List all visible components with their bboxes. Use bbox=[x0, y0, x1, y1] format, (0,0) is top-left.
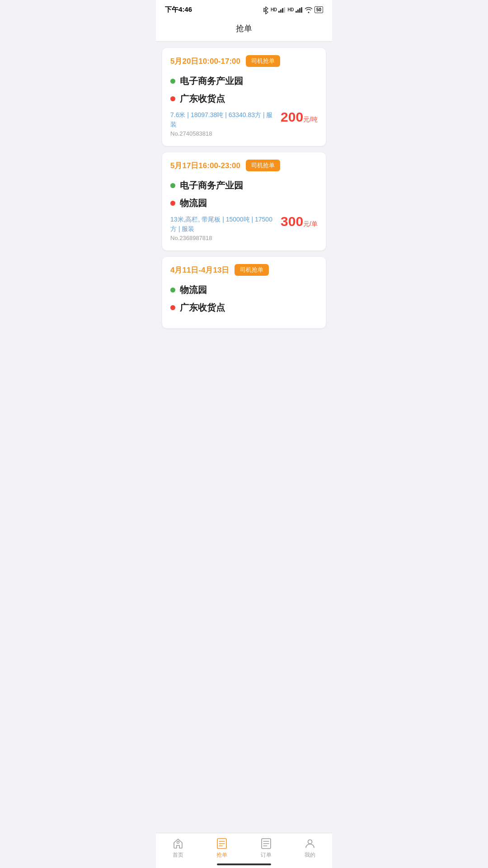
status-icons: HD HD 50 bbox=[263, 6, 323, 14]
svg-rect-6 bbox=[299, 8, 300, 13]
page-title: 抢单 bbox=[236, 24, 252, 33]
hd-label-1: HD bbox=[271, 7, 277, 12]
signal-icon-2 bbox=[296, 7, 303, 13]
to-location-row: 广东收货点 bbox=[170, 302, 318, 314]
svg-rect-3 bbox=[284, 7, 285, 13]
card-header: 4月11日-4月13日 司机抢单 bbox=[170, 264, 318, 276]
to-dot bbox=[170, 305, 175, 310]
to-location: 广东收货点 bbox=[180, 302, 225, 314]
battery-icon: 50 bbox=[314, 6, 323, 13]
from-location: 物流园 bbox=[180, 284, 207, 296]
from-dot bbox=[170, 79, 175, 84]
from-location: 电子商务产业园 bbox=[180, 179, 243, 192]
card-specs: 7.6米 | 18097.38吨 | 63340.83方 | 服装 bbox=[170, 110, 276, 129]
card-date: 4月11日-4月13日 bbox=[170, 265, 229, 275]
from-dot bbox=[170, 288, 175, 292]
grab-badge[interactable]: 司机抢单 bbox=[246, 160, 280, 171]
nav-label-orders: 订单 bbox=[261, 851, 272, 859]
nav-item-home[interactable]: 首页 bbox=[162, 838, 194, 859]
from-location-row: 物流园 bbox=[170, 284, 318, 296]
card-no: No.2368987818 bbox=[170, 235, 276, 241]
content-area: 5月20日10:00-17:00 司机抢单 电子商务产业园 广东收货点 7.6米… bbox=[156, 42, 332, 364]
order-card[interactable]: 5月17日16:00-23:00 司机抢单 电子商务产业园 物流园 13米,高栏… bbox=[162, 152, 326, 250]
svg-rect-4 bbox=[296, 11, 297, 13]
card-specs: 13米,高栏, 带尾板 | 15000吨 | 17500方 | 服装 bbox=[170, 215, 276, 234]
card-header: 5月17日16:00-23:00 司机抢单 bbox=[170, 160, 318, 171]
card-details: 13米,高栏, 带尾板 | 15000吨 | 17500方 | 服装 No.23… bbox=[170, 215, 318, 241]
grab-badge[interactable]: 司机抢单 bbox=[246, 55, 280, 67]
card-date: 5月20日10:00-17:00 bbox=[170, 56, 240, 66]
price-amount: 200 bbox=[281, 109, 303, 124]
svg-rect-1 bbox=[280, 9, 282, 13]
to-dot bbox=[170, 201, 175, 206]
price-unit: 元/单 bbox=[303, 220, 318, 227]
wifi-icon bbox=[305, 7, 313, 13]
svg-rect-0 bbox=[278, 11, 280, 13]
status-bar: 下午4:46 HD HD 50 bbox=[156, 0, 332, 18]
signal-icon-1 bbox=[278, 7, 286, 13]
from-location-row: 电子商务产业园 bbox=[170, 179, 318, 192]
to-dot bbox=[170, 96, 175, 101]
from-location: 电子商务产业园 bbox=[180, 75, 243, 87]
nav-label-grab: 抢单 bbox=[216, 851, 227, 859]
svg-rect-2 bbox=[282, 8, 283, 13]
bottom-nav: 首页 抢单 订单 bbox=[156, 833, 332, 868]
bluetooth-icon bbox=[263, 6, 269, 14]
price-amount: 300 bbox=[281, 214, 303, 229]
card-price: 200元/吨 bbox=[281, 110, 318, 124]
order-card[interactable]: 4月11日-4月13日 司机抢单 物流园 广东收货点 bbox=[162, 257, 326, 328]
to-location: 物流园 bbox=[180, 197, 207, 209]
card-header: 5月20日10:00-17:00 司机抢单 bbox=[170, 55, 318, 67]
orders-icon bbox=[260, 838, 272, 849]
grab-icon bbox=[216, 838, 228, 849]
to-location: 广东收货点 bbox=[180, 93, 225, 105]
to-location-row: 广东收货点 bbox=[170, 93, 318, 105]
from-dot bbox=[170, 183, 175, 188]
page-title-bar: 抢单 bbox=[156, 18, 332, 42]
nav-item-mine[interactable]: 我的 bbox=[294, 838, 326, 859]
home-icon bbox=[172, 838, 184, 849]
grab-badge[interactable]: 司机抢单 bbox=[235, 264, 269, 276]
nav-label-home: 首页 bbox=[173, 851, 183, 859]
card-date: 5月17日16:00-23:00 bbox=[170, 160, 240, 171]
home-indicator bbox=[217, 863, 271, 865]
price-unit: 元/吨 bbox=[303, 116, 318, 123]
card-details: 7.6米 | 18097.38吨 | 63340.83方 | 服装 No.274… bbox=[170, 110, 318, 137]
svg-rect-7 bbox=[301, 7, 302, 13]
order-card[interactable]: 5月20日10:00-17:00 司机抢单 电子商务产业园 广东收货点 7.6米… bbox=[162, 48, 326, 146]
card-no: No.2740583818 bbox=[170, 130, 276, 137]
svg-rect-5 bbox=[297, 9, 299, 13]
to-location-row: 物流园 bbox=[170, 197, 318, 209]
hd-label-2: HD bbox=[287, 7, 293, 12]
nav-item-orders[interactable]: 订单 bbox=[250, 838, 282, 859]
mine-icon bbox=[304, 838, 316, 849]
svg-point-8 bbox=[177, 841, 179, 844]
status-time: 下午4:46 bbox=[165, 5, 192, 14]
nav-item-grab[interactable]: 抢单 bbox=[206, 838, 238, 859]
from-location-row: 电子商务产业园 bbox=[170, 75, 318, 87]
svg-point-17 bbox=[308, 840, 312, 844]
card-price: 300元/单 bbox=[281, 215, 318, 228]
nav-label-mine: 我的 bbox=[305, 851, 315, 859]
